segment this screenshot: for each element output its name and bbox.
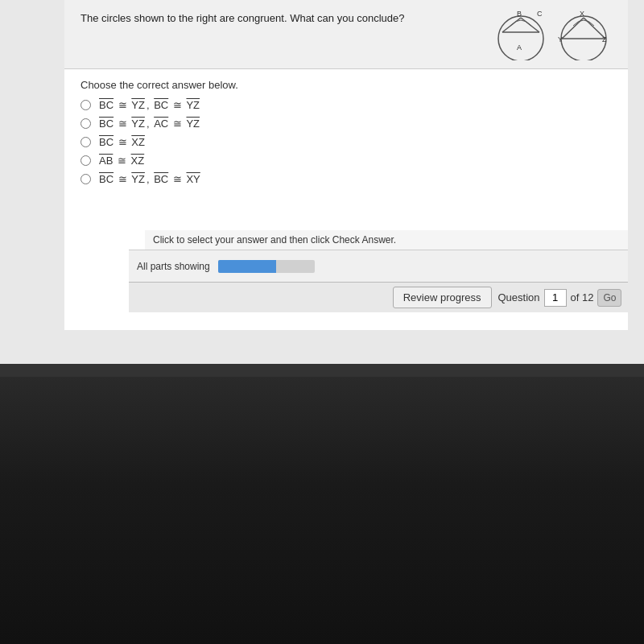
all-parts-label: All parts showing bbox=[137, 261, 210, 272]
svg-text:Z: Z bbox=[602, 35, 607, 43]
svg-text:C: C bbox=[537, 10, 543, 18]
radio-4[interactable] bbox=[80, 155, 91, 166]
circle-diagram-2: X Y Z bbox=[555, 8, 612, 60]
radio-3[interactable] bbox=[80, 137, 91, 147]
review-bar: Review progress Question of 12 Go ← Back… bbox=[129, 282, 628, 312]
circles-diagram: B C A X Y Z bbox=[493, 8, 612, 60]
laptop-screen: The circles shown to the right are congr… bbox=[0, 0, 644, 370]
of-label: of 12 bbox=[571, 291, 594, 303]
radio-5[interactable] bbox=[80, 174, 91, 184]
review-progress-button[interactable]: Review progress bbox=[393, 287, 492, 308]
question-label: Question bbox=[498, 291, 540, 303]
laptop-body: vo 2 3 4 5 6 7 8 9 0 W E R T Y U I O S bbox=[0, 377, 644, 644]
option-text-5: BC ≅ YZ, BC ≅ XY bbox=[99, 173, 200, 185]
screen-content-area: The circles shown to the right are congr… bbox=[64, 0, 628, 330]
answer-option-1[interactable]: BC ≅ YZ, BC ≅ YZ bbox=[80, 99, 612, 111]
answer-section: Choose the correct answer below. BC ≅ YZ… bbox=[64, 69, 628, 201]
progress-bar-container bbox=[218, 260, 315, 273]
svg-text:B: B bbox=[517, 10, 522, 18]
go-button[interactable]: Go bbox=[597, 289, 621, 307]
click-instruction: Click to select your answer and then cli… bbox=[145, 230, 628, 250]
radio-2[interactable] bbox=[80, 118, 91, 129]
answer-option-3[interactable]: BC ≅ XZ bbox=[80, 136, 612, 148]
answer-option-2[interactable]: BC ≅ YZ, AC ≅ YZ bbox=[80, 118, 612, 130]
progress-bar-fill bbox=[218, 260, 276, 273]
option-text-3: BC ≅ XZ bbox=[99, 136, 145, 148]
choose-label: Choose the correct answer below. bbox=[80, 79, 612, 91]
question-nav: Question of 12 Go bbox=[498, 289, 622, 307]
svg-text:A: A bbox=[517, 43, 522, 52]
question-number-input[interactable] bbox=[544, 289, 567, 307]
answer-option-5[interactable]: BC ≅ YZ, BC ≅ XY bbox=[80, 173, 612, 185]
option-text-2: BC ≅ YZ, AC ≅ YZ bbox=[99, 118, 200, 130]
svg-point-0 bbox=[498, 16, 543, 60]
circle-diagram-1: B C A bbox=[493, 8, 549, 60]
option-text-1: BC ≅ YZ, BC ≅ YZ bbox=[99, 99, 200, 111]
svg-text:Y: Y bbox=[558, 35, 563, 43]
option-text-4: AB ≅ XZ bbox=[99, 155, 144, 167]
radio-1[interactable] bbox=[80, 100, 91, 110]
svg-text:X: X bbox=[580, 10, 584, 18]
answer-option-4[interactable]: AB ≅ XZ bbox=[80, 155, 612, 167]
question-text: The circles shown to the right are congr… bbox=[80, 8, 493, 24]
bottom-toolbar: All parts showing Clear All bbox=[129, 250, 628, 282]
question-area: The circles shown to the right are congr… bbox=[64, 0, 628, 69]
